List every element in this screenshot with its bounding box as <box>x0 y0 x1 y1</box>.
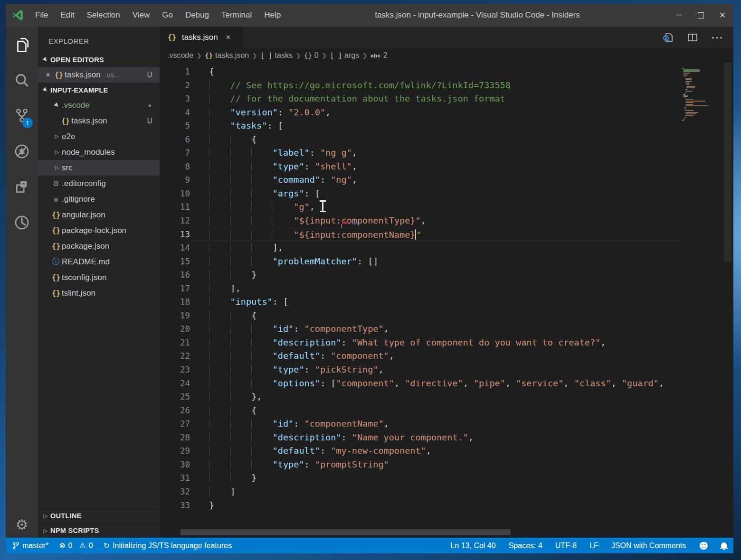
activity-gauge-icon[interactable] <box>6 205 38 240</box>
maximize-button[interactable] <box>690 4 712 27</box>
code-line-22[interactable]: 22 "default": "component", <box>160 349 681 363</box>
status-lf[interactable]: LF <box>589 541 598 550</box>
tree-file-tsconfig-json[interactable]: {}tsconfig.json <box>38 270 160 285</box>
tree-file-readme-md[interactable]: ⓘREADME.md <box>38 254 160 270</box>
open-changes-icon[interactable] <box>662 32 674 43</box>
code-line-8[interactable]: 8 "type": "shell", <box>160 160 681 174</box>
git-branch-status[interactable]: master* <box>12 541 48 550</box>
code-line-5[interactable]: 5 "tasks": [ <box>160 119 681 133</box>
activity-explorer-icon[interactable] <box>6 27 38 62</box>
code-line-13[interactable]: 13 "${input:componentName}" <box>160 228 681 242</box>
panel-header-npm-scripts[interactable]: ▷NPM SCRIPTS <box>38 523 160 538</box>
tab-tasks-json[interactable]: {} tasks.json × <box>160 27 243 48</box>
menu-file[interactable]: File <box>29 4 54 27</box>
code-line-17[interactable]: 17 ], <box>160 282 681 296</box>
close-button[interactable]: × <box>712 4 733 27</box>
activity-extensions-icon[interactable] <box>6 169 38 205</box>
code-line-29[interactable]: 29 "default": "my-new-component", <box>160 444 681 458</box>
open-editors-header[interactable]: ▶ OPEN EDITORS <box>38 52 160 67</box>
vertical-scrollbar[interactable] <box>722 63 733 538</box>
menu-selection[interactable]: Selection <box>81 4 126 27</box>
menu-debug[interactable]: Debug <box>179 4 215 27</box>
open-editor-item[interactable]: ×{}tasks.json.vs...U <box>38 67 160 83</box>
menu-terminal[interactable]: Terminal <box>215 4 258 27</box>
code-line-12[interactable]: 12 "${input:componentType}", <box>160 214 681 228</box>
menu-view[interactable]: View <box>126 4 156 27</box>
tree-folder-src[interactable]: ▷src <box>38 160 160 176</box>
horizontal-scrollbar[interactable] <box>180 529 511 535</box>
tab-close-icon[interactable]: × <box>226 33 231 42</box>
chevron-collapsed-icon[interactable]: ▷ <box>52 165 62 171</box>
chevron-collapsed-icon[interactable]: ▷ <box>52 133 62 140</box>
settings-gear-icon[interactable]: ⚙ <box>16 516 28 533</box>
code-line-2[interactable]: 2 // See https://go.microsoft.com/fwlink… <box>160 79 681 93</box>
code-line-18[interactable]: 18 "inputs": [ <box>160 295 681 309</box>
code-line-25[interactable]: 25 }, <box>160 390 681 404</box>
code-editor[interactable]: 1{2 // See https://go.microsoft.com/fwli… <box>160 63 733 538</box>
code-line-10[interactable]: 10 "args": [ <box>160 187 681 201</box>
menu-go[interactable]: Go <box>156 4 179 27</box>
tree-file-tslint-json[interactable]: {}tslint.json <box>38 285 160 301</box>
tree-file--editorconfig[interactable]: ⚙.editorconfig <box>38 176 160 191</box>
chevron-expanded-icon[interactable]: ▶ <box>51 100 62 111</box>
code-line-21[interactable]: 21 "description": "What type of componen… <box>160 336 681 350</box>
close-editor-icon[interactable]: × <box>43 71 53 79</box>
notifications-bell-icon[interactable] <box>721 542 727 548</box>
language-status-message[interactable]: ↻ Initializing JS/TS language features <box>104 541 232 550</box>
tree-folder-node-modules[interactable]: ▷node_modules <box>38 144 160 160</box>
code-line-32[interactable]: 32 ] <box>160 485 681 499</box>
code-line-15[interactable]: 15 "problemMatcher": [] <box>160 255 681 269</box>
activity-search-icon[interactable] <box>6 62 38 98</box>
breadcrumb-item[interactable]: .vscode <box>167 51 193 60</box>
code-line-23[interactable]: 23 "type": "pickString", <box>160 363 681 377</box>
code-line-14[interactable]: 14 ], <box>160 241 681 255</box>
code-line-33[interactable]: 33} <box>160 499 681 513</box>
code-line-3[interactable]: 3 // for the documentation about the tas… <box>160 92 681 106</box>
breadcrumb-item[interactable]: {}tasks.json <box>205 51 249 60</box>
split-editor-icon[interactable] <box>687 32 698 43</box>
code-line-30[interactable]: 30 "type": "promptString" <box>160 458 681 472</box>
chevron-collapsed-icon[interactable]: ▷ <box>52 149 62 155</box>
status-utf-8[interactable]: UTF-8 <box>555 541 577 550</box>
tree-folder-e2e[interactable]: ▷e2e <box>38 129 160 144</box>
tree-file-package-json[interactable]: {}package.json <box>38 238 160 254</box>
tree-file-package-lock-json[interactable]: {}package-lock.json <box>38 223 160 238</box>
status-spaces[interactable]: Spaces: 4 <box>509 541 542 550</box>
project-folder-header[interactable]: ▶ INPUT-EXAMPLE <box>38 83 160 97</box>
more-actions-icon[interactable]: ··· <box>712 32 724 43</box>
code-line-19[interactable]: 19 { <box>160 309 681 323</box>
breadcrumb-item[interactable]: [ ]args <box>330 51 359 60</box>
code-line-20[interactable]: 20 "id": "componentType", <box>160 322 681 336</box>
code-line-16[interactable]: 16 } <box>160 268 681 282</box>
breadcrumb-item[interactable]: {}0 <box>304 51 319 60</box>
code-line-6[interactable]: 6 { <box>160 133 681 147</box>
activity-debug-icon[interactable] <box>6 133 38 169</box>
code-line-24[interactable]: 24 "options": ["component", "directive",… <box>160 377 681 391</box>
code-line-4[interactable]: 4 "version": "2.0.0", <box>160 106 681 120</box>
minimize-button[interactable]: ─ <box>668 4 690 27</box>
menu-edit[interactable]: Edit <box>54 4 80 27</box>
tree-file-tasks-json[interactable]: {}tasks.jsonU <box>38 113 160 129</box>
code-line-28[interactable]: 28 "description": "Name your component."… <box>160 431 681 445</box>
tree-file--gitignore[interactable]: ◆.gitignore <box>38 191 160 207</box>
breadcrumb-item[interactable]: [ ]tasks <box>260 51 293 60</box>
tree-file-angular-json[interactable]: {}angular.json <box>38 207 160 223</box>
chevron-expanded-icon: ▶ <box>40 54 51 65</box>
problems-status[interactable]: ⊗ 0 ⚠ 0 <box>59 541 93 550</box>
code-line-27[interactable]: 27 "id": "componentName", <box>160 417 681 431</box>
code-line-11[interactable]: 11 "g", <box>160 200 681 214</box>
code-line-31[interactable]: 31 } <box>160 471 681 485</box>
breadcrumb-item[interactable]: abc2 <box>370 51 387 60</box>
minimap[interactable] <box>682 68 722 121</box>
code-line-1[interactable]: 1{ <box>160 65 681 79</box>
feedback-smiley-icon[interactable]: ☻ <box>699 541 708 551</box>
activity-source-control-icon[interactable]: 1 <box>6 98 38 133</box>
code-line-7[interactable]: 7 "label": "ng g", <box>160 146 681 160</box>
menu-help[interactable]: Help <box>258 4 287 27</box>
code-line-9[interactable]: 9 "command": "ng", <box>160 173 681 187</box>
status-ln[interactable]: Ln 13, Col 40 <box>450 541 495 550</box>
tree-folder--vscode[interactable]: ▶.vscode● <box>38 97 160 113</box>
code-line-26[interactable]: 26 { <box>160 404 681 418</box>
panel-header-outline[interactable]: ▷OUTLINE <box>38 508 160 523</box>
status-json[interactable]: JSON with Comments <box>611 541 686 550</box>
